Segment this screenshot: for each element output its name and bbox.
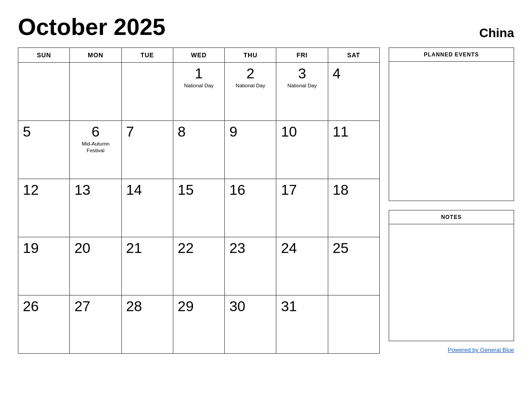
day-number: 25: [333, 241, 349, 255]
day-number: 30: [229, 299, 245, 313]
day-number: 5: [23, 124, 31, 139]
event-label: National Day: [184, 82, 214, 89]
calendar-cell: 5: [18, 121, 70, 179]
calendar-table: SUN MON TUE WED THU FRI SAT 1National Da…: [18, 47, 380, 354]
day-number: 7: [126, 124, 134, 139]
col-fri: FRI: [276, 48, 328, 63]
calendar-cell: 4: [328, 63, 379, 121]
day-number: 1: [195, 66, 203, 81]
calendar-section: SUN MON TUE WED THU FRI SAT 1National Da…: [18, 47, 380, 354]
col-sat: SAT: [328, 48, 379, 63]
calendar-cell: 9: [225, 121, 276, 179]
main-content: SUN MON TUE WED THU FRI SAT 1National Da…: [18, 47, 514, 354]
calendar-cell: 12: [18, 179, 70, 237]
calendar-cell: 31: [276, 295, 328, 354]
day-number: 23: [229, 241, 245, 255]
planned-events-box: PLANNED EVENTS: [389, 47, 514, 201]
calendar-cell: 15: [173, 179, 224, 237]
calendar-cell: [70, 63, 121, 121]
sidebar: PLANNED EVENTS NOTES Powered by General …: [389, 47, 514, 354]
calendar-cell: 24: [276, 237, 328, 295]
calendar-header-row: SUN MON TUE WED THU FRI SAT: [18, 48, 380, 63]
calendar-cell: 29: [173, 295, 224, 354]
notes-content: [389, 224, 514, 341]
calendar-cell: 26: [18, 295, 70, 354]
calendar-cell: 21: [121, 237, 173, 295]
country-label: China: [479, 26, 514, 40]
calendar-cell: 17: [276, 179, 328, 237]
calendar-week-5: 262728293031: [18, 295, 380, 354]
calendar-cell: [328, 295, 379, 354]
col-sun: SUN: [18, 48, 70, 63]
page-header: October 2025 China: [18, 13, 514, 40]
calendar-cell: 13: [70, 179, 121, 237]
day-number: 29: [178, 299, 194, 313]
day-number: 9: [229, 124, 237, 139]
calendar-cell: [121, 63, 173, 121]
notes-box: NOTES: [389, 210, 514, 341]
calendar-cell: 6Mid-Autumn Festival: [70, 121, 121, 179]
powered-by-link[interactable]: Powered by General Blue: [448, 347, 514, 353]
calendar-week-1: 1National Day2National Day3National Day4: [18, 63, 380, 121]
planned-events-content: [389, 62, 514, 201]
calendar-cell: 18: [328, 179, 379, 237]
calendar-cell: 30: [225, 295, 276, 354]
notes-header: NOTES: [389, 210, 514, 224]
day-number: 2: [246, 66, 254, 81]
calendar-week-2: 56Mid-Autumn Festival7891011: [18, 121, 380, 179]
col-thu: THU: [225, 48, 276, 63]
day-number: 8: [178, 124, 186, 139]
calendar-cell: 8: [173, 121, 224, 179]
calendar-cell: 10: [276, 121, 328, 179]
day-number: 26: [23, 299, 39, 313]
calendar-cell: 11: [328, 121, 379, 179]
day-number: 11: [333, 124, 349, 139]
day-number: 19: [23, 241, 39, 255]
day-number: 12: [23, 183, 39, 197]
day-number: 28: [126, 299, 142, 313]
day-number: 18: [333, 183, 349, 197]
calendar-cell: 20: [70, 237, 121, 295]
day-number: 22: [178, 241, 194, 255]
col-wed: WED: [173, 48, 224, 63]
event-label: Mid-Autumn Festival: [74, 141, 116, 154]
day-number: 17: [281, 183, 297, 197]
calendar-cell: 22: [173, 237, 224, 295]
day-number: 21: [126, 241, 142, 255]
calendar-cell: 25: [328, 237, 379, 295]
day-number: 14: [126, 183, 142, 197]
event-label: National Day: [287, 82, 317, 89]
day-number: 10: [281, 124, 297, 139]
col-tue: TUE: [121, 48, 173, 63]
day-number: 24: [281, 241, 297, 255]
day-number: 3: [298, 66, 306, 81]
calendar-cell: 2National Day: [225, 63, 276, 121]
calendar-cell: [18, 63, 70, 121]
day-number: 31: [281, 299, 297, 313]
powered-by: Powered by General Blue: [389, 347, 514, 353]
day-number: 13: [74, 183, 90, 197]
calendar-cell: 23: [225, 237, 276, 295]
calendar-cell: 27: [70, 295, 121, 354]
day-number: 27: [74, 299, 90, 313]
day-number: 4: [333, 66, 341, 81]
page-title: October 2025: [18, 13, 166, 40]
calendar-cell: 14: [121, 179, 173, 237]
day-number: 16: [229, 183, 245, 197]
event-label: National Day: [236, 82, 265, 89]
calendar-cell: 7: [121, 121, 173, 179]
day-number: 20: [74, 241, 90, 255]
calendar-cell: 3National Day: [276, 63, 328, 121]
col-mon: MON: [70, 48, 121, 63]
day-number: 15: [178, 183, 194, 197]
planned-events-header: PLANNED EVENTS: [389, 48, 514, 62]
calendar-cell: 1National Day: [173, 63, 224, 121]
calendar-cell: 16: [225, 179, 276, 237]
calendar-week-3: 12131415161718: [18, 179, 380, 237]
calendar-cell: 19: [18, 237, 70, 295]
calendar-week-4: 19202122232425: [18, 237, 380, 295]
day-number: 6: [92, 124, 100, 139]
calendar-cell: 28: [121, 295, 173, 354]
